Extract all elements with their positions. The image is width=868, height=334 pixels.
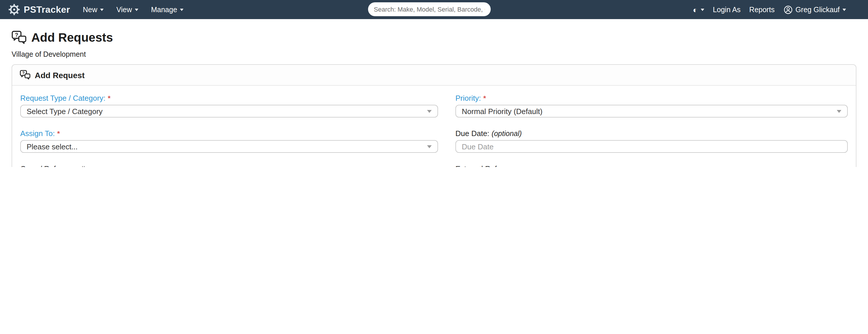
reports-link[interactable]: Reports: [749, 5, 775, 13]
page-content: ? Add Requests Village of Development ? …: [0, 31, 868, 167]
field-due-date: Due Date: (optional): [456, 129, 848, 153]
nav-menu-manage[interactable]: Manage: [151, 5, 183, 13]
request-type-label-text[interactable]: Request Type / Category:: [20, 94, 105, 102]
external-ref-label: External Reference:: [456, 164, 848, 167]
field-assign-to: Assign To: * Please select...: [20, 129, 438, 153]
add-request-card: ? Add Request Request Type / Category: *: [11, 64, 857, 167]
user-avatar-icon: [783, 5, 793, 14]
nav-right-cluster: ◐ Login As Reports Greg Glickauf: [693, 5, 846, 14]
app-window: PSTracker New View Manage ◐ Login As Re: [0, 0, 868, 167]
priority-select[interactable]: Normal Priority (Default): [456, 105, 848, 118]
required-asterisk: *: [107, 94, 110, 102]
assign-to-value: Please select...: [27, 142, 78, 151]
caret-down-icon: [100, 9, 103, 11]
case-ref-label: Case / Reference #:: [20, 164, 438, 167]
page-title: Add Requests: [31, 31, 113, 44]
global-search-input[interactable]: [368, 2, 491, 16]
assign-to-select[interactable]: Please select...: [20, 140, 438, 153]
assign-to-label: Assign To: *: [20, 129, 438, 138]
request-type-label: Request Type / Category: *: [20, 94, 438, 102]
select-caret-icon: [427, 110, 432, 113]
theme-half-circle-icon: ◐: [693, 5, 698, 13]
user-menu[interactable]: Greg Glickauf: [783, 5, 846, 14]
caret-down-icon: [180, 9, 183, 11]
svg-text:?: ?: [22, 71, 25, 75]
caret-down-icon: [701, 9, 704, 11]
external-ref-label-text: External Reference:: [456, 164, 522, 167]
agency-subtitle: Village of Development: [11, 50, 857, 58]
field-case-ref: Case / Reference #:: [20, 164, 438, 167]
theme-toggle-menu[interactable]: ◐: [693, 5, 704, 13]
gear-logo-icon: [8, 3, 20, 16]
due-date-input[interactable]: [456, 140, 848, 153]
form-grid: Request Type / Category: * Select Type /…: [20, 94, 848, 167]
priority-label-text[interactable]: Priority:: [456, 94, 481, 102]
chat-question-icon: ?: [20, 70, 31, 80]
required-asterisk: *: [483, 94, 486, 102]
top-navbar: PSTracker New View Manage ◐ Login As Re: [0, 0, 868, 19]
brand-title: PSTracker: [24, 4, 70, 15]
svg-text:?: ?: [15, 32, 19, 38]
card-title: Add Request: [35, 70, 85, 80]
chat-question-icon: ?: [11, 31, 27, 44]
field-external-ref: External Reference:: [456, 164, 848, 167]
field-request-type: Request Type / Category: * Select Type /…: [20, 94, 438, 118]
select-caret-icon: [427, 145, 432, 148]
field-priority: Priority: * Normal Priority (Default): [456, 94, 848, 118]
priority-label: Priority: *: [456, 94, 848, 102]
priority-value: Normal Priority (Default): [462, 107, 542, 116]
request-type-select[interactable]: Select Type / Category: [20, 105, 438, 118]
page-head: ? Add Requests: [11, 31, 857, 44]
nav-menu-view[interactable]: View: [116, 5, 138, 13]
nav-menu-new-label: New: [83, 5, 97, 13]
optional-note: (optional): [492, 130, 522, 138]
request-type-value: Select Type / Category: [27, 107, 103, 116]
card-header: ? Add Request: [12, 65, 856, 86]
due-date-label: Due Date: (optional): [456, 129, 848, 138]
nav-menus: New View Manage: [83, 5, 183, 13]
caret-down-icon: [842, 9, 846, 11]
brand-link[interactable]: PSTracker: [8, 3, 70, 16]
required-asterisk: *: [57, 130, 60, 138]
nav-menu-new[interactable]: New: [83, 5, 103, 13]
select-caret-icon: [837, 110, 841, 113]
nav-menu-manage-label: Manage: [151, 5, 177, 13]
card-body: Request Type / Category: * Select Type /…: [12, 86, 856, 167]
login-as-link[interactable]: Login As: [713, 5, 741, 13]
case-ref-label-text: Case / Reference #:: [20, 164, 87, 167]
assign-to-label-text[interactable]: Assign To:: [20, 129, 55, 138]
nav-menu-view-label: View: [116, 5, 132, 13]
user-name: Greg Glickauf: [795, 5, 840, 13]
due-date-label-text: Due Date:: [456, 129, 489, 138]
caret-down-icon: [135, 9, 138, 11]
